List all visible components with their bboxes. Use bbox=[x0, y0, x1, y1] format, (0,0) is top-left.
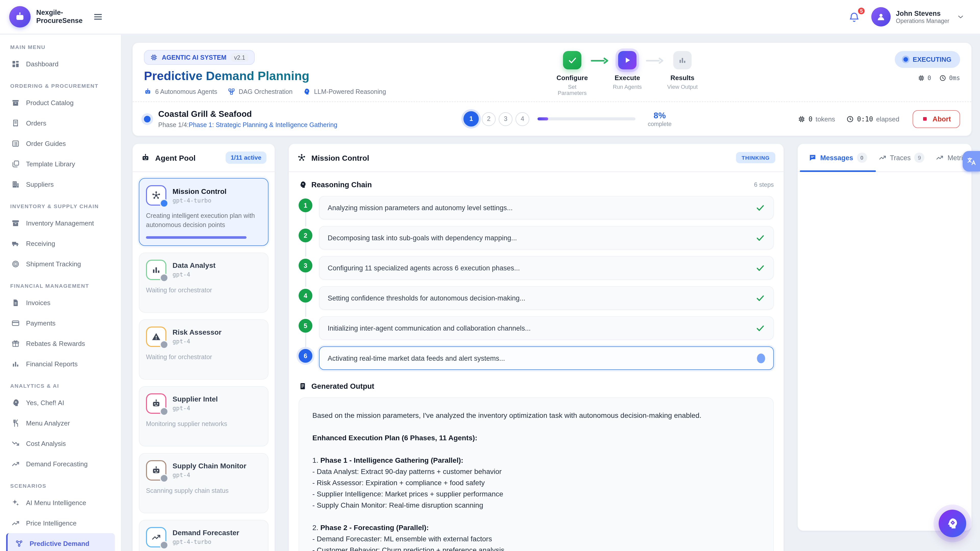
sidebar-item-label: Yes, Chef! AI bbox=[26, 399, 64, 407]
workflow-step-sublabel: Set Parameters bbox=[555, 84, 589, 96]
workflow-step-results[interactable]: Results View Output bbox=[666, 51, 699, 90]
mission-meta-row: 6 Autonomous Agents DAG Orchestration LL… bbox=[144, 88, 960, 95]
agent-card-mission-control[interactable]: Mission Control gpt-4-turbo Creating int… bbox=[139, 178, 269, 246]
user-name: John Stevens bbox=[896, 10, 950, 18]
agent-icon-box bbox=[146, 185, 166, 206]
ai-assistant-fab[interactable] bbox=[939, 510, 966, 537]
agent-status-text: Monitoring supplier networks bbox=[146, 419, 261, 429]
sidebar-item-yes-chef-ai[interactable]: Yes, Chef! AI bbox=[6, 392, 115, 413]
time-stat: 0ms bbox=[939, 75, 960, 82]
sidebar-item-menu-analyzer[interactable]: Menu Analyzer bbox=[6, 413, 115, 433]
agent-card-data-analyst[interactable]: Data Analyst gpt-4 Waiting for orchestra… bbox=[139, 252, 269, 313]
sidebar-item-invoices[interactable]: Invoices bbox=[6, 292, 115, 313]
agent-name: Mission Control bbox=[172, 187, 227, 195]
tab-label: Traces bbox=[890, 154, 911, 162]
document-icon bbox=[299, 382, 307, 390]
notifications-button[interactable]: 5 bbox=[847, 10, 861, 24]
agent-card-risk-assessor[interactable]: Risk Assessor gpt-4 Waiting for orchestr… bbox=[139, 319, 269, 380]
phase-circle-4: 4 bbox=[515, 112, 529, 126]
system-version-badge: v2.1 bbox=[231, 53, 249, 62]
mission-progress-row: Coastal Grill & Seafood Phase 1/4:Phase … bbox=[133, 102, 971, 136]
inventory-icon bbox=[11, 219, 20, 227]
configure-step-box bbox=[563, 51, 581, 69]
translate-widget-button[interactable] bbox=[963, 151, 980, 171]
tokens-label: tokens bbox=[816, 115, 835, 123]
reasoning-steps: 1 Analyzing mission parameters and auton… bbox=[299, 196, 774, 370]
workflow-step-label: Execute bbox=[611, 74, 644, 82]
sidebar-item-label: Rebates & Rewards bbox=[26, 340, 85, 347]
sidebar-item-cost-analysis[interactable]: Cost Analysis bbox=[6, 433, 115, 454]
check-icon bbox=[756, 233, 765, 243]
agent-status-text: Waiting for orchestrator bbox=[146, 353, 261, 362]
sidebar-item-label: Cost Analysis bbox=[26, 440, 66, 447]
abort-button[interactable]: Abort bbox=[913, 110, 960, 128]
output-item: - Demand Forecaster: ML ensemble with ex… bbox=[312, 534, 760, 545]
agent-model: gpt-4 bbox=[172, 405, 218, 412]
sidebar-item-payments[interactable]: Payments bbox=[6, 313, 115, 333]
results-chart-icon bbox=[678, 56, 687, 65]
meta-llm: LLM-Powered Reasoning bbox=[303, 88, 386, 95]
chat-icon bbox=[808, 154, 817, 162]
output-intro: Based on the mission parameters, I've an… bbox=[312, 410, 760, 421]
workflow-steps: Configure Set Parameters Execute Run Age… bbox=[555, 51, 699, 96]
sidebar-item-inventory-management[interactable]: Inventory Management bbox=[6, 213, 115, 233]
output-item: - Customer Behavior: Churn prediction + … bbox=[312, 545, 760, 551]
tab-traces[interactable]: Traces 9 bbox=[873, 144, 930, 171]
phase-circle-3: 3 bbox=[499, 112, 512, 126]
sidebar-item-label: Predictive Demand bbox=[30, 540, 89, 547]
workflow-step-configure[interactable]: Configure Set Parameters bbox=[555, 51, 589, 96]
step-number: 4 bbox=[299, 289, 312, 303]
trend-up-icon bbox=[151, 532, 161, 542]
sidebar-item-order-guides[interactable]: Order Guides bbox=[6, 133, 115, 154]
sidebar-section-analytics: ANALYTICS & AI bbox=[10, 383, 111, 389]
sidebar-item-shipment-tracking[interactable]: Shipment Tracking bbox=[6, 254, 115, 274]
suppliers-icon bbox=[11, 180, 20, 189]
stop-icon bbox=[922, 116, 928, 122]
chip-icon bbox=[150, 54, 158, 61]
workflow-step-sublabel: Run Agents bbox=[611, 84, 644, 90]
meta-agents: 6 Autonomous Agents bbox=[144, 88, 217, 95]
sidebar-item-rebates[interactable]: Rebates & Rewards bbox=[6, 333, 115, 354]
workflow-step-execute[interactable]: Execute Run Agents bbox=[611, 51, 644, 90]
step-text: Decomposing task into sub-goals with dep… bbox=[328, 234, 517, 241]
user-menu[interactable]: John Stevens Operations Manager bbox=[871, 7, 965, 27]
agent-pool-header: Agent Pool 1/11 active bbox=[133, 144, 275, 172]
sidebar-item-orders[interactable]: Orders bbox=[6, 113, 115, 133]
utensils-icon bbox=[11, 419, 20, 427]
agent-status-dot bbox=[160, 199, 169, 208]
execution-stats: 0 0ms bbox=[895, 75, 960, 82]
sidebar-item-label: Order Guides bbox=[26, 140, 66, 147]
dag-icon bbox=[228, 88, 235, 95]
credit-card-icon bbox=[11, 319, 20, 327]
agent-card-supplier-intel[interactable]: Supplier Intel gpt-4 Monitoring supplier… bbox=[139, 386, 269, 446]
mission-token-stat: 0 tokens bbox=[798, 115, 835, 123]
sidebar-toggle-button[interactable] bbox=[91, 10, 105, 24]
sidebar-item-suppliers[interactable]: Suppliers bbox=[6, 174, 115, 194]
sidebar-item-receiving[interactable]: Receiving bbox=[6, 233, 115, 254]
sidebar-item-product-catalog[interactable]: Product Catalog bbox=[6, 92, 115, 113]
agent-model: gpt-4 bbox=[172, 338, 221, 345]
mission-control-header: Mission Control THINKING bbox=[289, 144, 783, 172]
phase-progress-fill bbox=[538, 118, 548, 121]
sidebar-item-price-intelligence[interactable]: Price Intelligence bbox=[6, 513, 115, 533]
ai-head-icon bbox=[11, 398, 20, 407]
check-icon bbox=[756, 203, 765, 213]
sidebar-item-financial-reports[interactable]: Financial Reports bbox=[6, 354, 115, 374]
tab-messages[interactable]: Messages 0 bbox=[803, 144, 873, 171]
sidebar-item-dashboard[interactable]: Dashboard bbox=[6, 54, 115, 74]
agent-card-supply-chain-monitor[interactable]: Supply Chain Monitor gpt-4 Scanning supp… bbox=[139, 453, 269, 513]
reasoning-step: 2 Decomposing task into sub-goals with d… bbox=[299, 226, 774, 249]
sidebar-item-predictive-demand[interactable]: Predictive Demand bbox=[6, 533, 115, 551]
agent-model: gpt-4-turbo bbox=[172, 197, 227, 204]
output-phase-title: Phase 1 - Intelligence Gathering (Parall… bbox=[320, 456, 463, 464]
sidebar-item-template-library[interactable]: Template Library bbox=[6, 154, 115, 174]
sidebar-item-demand-forecasting[interactable]: Demand Forecasting bbox=[6, 454, 115, 474]
person-icon bbox=[876, 12, 886, 22]
warning-icon bbox=[151, 332, 161, 342]
sparkles-icon bbox=[11, 498, 20, 507]
meta-label: LLM-Powered Reasoning bbox=[314, 88, 386, 95]
sidebar-item-ai-menu-intelligence[interactable]: AI Menu Intelligence bbox=[6, 492, 115, 513]
agent-model: gpt-4 bbox=[172, 472, 246, 479]
output-phase-title: Phase 2 - Forecasting (Parallel): bbox=[320, 524, 429, 532]
agent-card-demand-forecaster[interactable]: Demand Forecaster gpt-4-turbo Waiting fo… bbox=[139, 520, 269, 551]
